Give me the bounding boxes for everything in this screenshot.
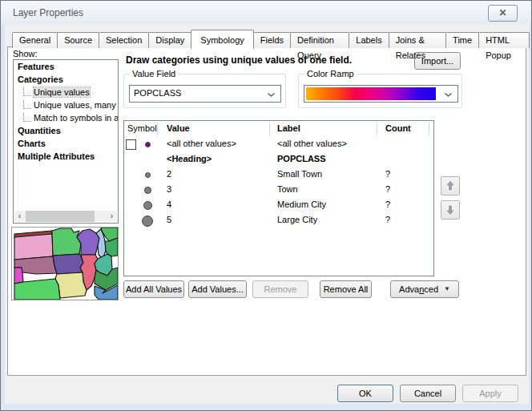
table-row[interactable]: 3Town? (124, 183, 433, 198)
tab-fields[interactable]: Fields (253, 32, 291, 48)
cell-label: Small Town (277, 169, 322, 179)
value-field-group: Value Field POPCLASS (123, 74, 286, 108)
remove-button: Remove (252, 280, 308, 298)
color-ramp-swatch (306, 87, 436, 100)
advanced-button[interactable]: Advanced▼ (390, 280, 459, 298)
add-values-button[interactable]: Add Values... (188, 280, 247, 298)
map-region-pink-state (14, 234, 53, 260)
layer-properties-dialog: Layer Properties ✕ GeneralSourceSelectio… (0, 0, 532, 411)
cell-label: Large City (277, 215, 317, 224)
color-ramp-label: Color Ramp (304, 69, 357, 79)
move-down-button[interactable] (441, 200, 460, 220)
tab-html-popup[interactable]: HTML Popup (478, 32, 530, 48)
values-table: SymbolValueLabelCount <all other values>… (123, 120, 434, 276)
column-header-symbol: Symbol (127, 123, 157, 133)
table-header: SymbolValueLabelCount (124, 121, 433, 137)
table-row[interactable]: <Heading>POPCLASS (124, 152, 433, 167)
column-separator (269, 123, 270, 135)
cell-count: ? (385, 169, 390, 179)
cell-value: 4 (167, 199, 171, 209)
value-field-dropdown[interactable]: POPCLASS (129, 85, 281, 103)
cell-value: <Heading> (167, 154, 212, 163)
tab-strip: GeneralSourceSelectionDisplaySymbologyFi… (12, 29, 529, 48)
arrow-down-icon (444, 203, 457, 216)
tab-general[interactable]: General (12, 32, 58, 48)
tree-horizontal-scrollbar[interactable]: ‹ › (14, 211, 117, 222)
column-separator (429, 123, 429, 135)
point-symbol-icon[interactable] (144, 187, 151, 194)
map-region-green-north (52, 228, 81, 256)
arrow-up-icon (444, 179, 457, 192)
tab-page-symbology: Show: FeaturesCategoriesUnique valuesUni… (7, 46, 526, 376)
tree-item-quantities[interactable]: Quantities (14, 124, 118, 137)
tab-definition-query[interactable]: Definition Query (290, 32, 349, 48)
ok-button[interactable]: OK (337, 385, 393, 402)
table-row[interactable]: 4Medium City? (124, 198, 433, 213)
color-ramp-dropdown[interactable] (304, 85, 458, 103)
table-row[interactable]: 5Large City? (124, 213, 433, 228)
column-header-count: Count (385, 123, 411, 133)
add-all-values-button[interactable]: Add All Values (123, 280, 184, 298)
cell-count: ? (385, 199, 390, 209)
show-label: Show: (13, 49, 38, 58)
cell-value: 3 (167, 184, 171, 194)
tree-item-charts[interactable]: Charts (14, 137, 118, 150)
title-bar[interactable]: Layer Properties ✕ (1, 1, 531, 25)
tab-joins-relates[interactable]: Joins & Relates (389, 32, 446, 48)
column-header-value: Value (167, 123, 190, 133)
cell-count: ? (385, 184, 390, 194)
cell-label: Medium City (277, 199, 326, 209)
tree-item-multiple-attributes[interactable]: Multiple Attributes (14, 150, 118, 163)
cancel-button[interactable]: Cancel (400, 385, 456, 402)
column-separator (377, 123, 377, 135)
value-field-label: Value Field (130, 69, 178, 79)
tab-labels[interactable]: Labels (349, 32, 389, 48)
cell-value: 2 (167, 169, 171, 179)
tab-source[interactable]: Source (57, 32, 99, 48)
table-row[interactable]: 2Small Town? (124, 167, 433, 183)
cell-label: POPCLASS (277, 154, 326, 163)
move-up-button[interactable] (441, 176, 460, 195)
point-symbol-icon[interactable] (142, 216, 153, 227)
window-title: Layer Properties (13, 7, 83, 18)
dropdown-caret-icon: ▼ (444, 281, 450, 297)
tree-elbow-icon (23, 113, 31, 122)
cell-value: 5 (167, 215, 171, 224)
close-button[interactable]: ✕ (488, 5, 518, 22)
map-region-darkpurple-state (53, 254, 83, 274)
column-header-label: Label (277, 123, 300, 133)
map-region-green-east (105, 238, 118, 256)
tab-symbology[interactable]: Symbology (191, 30, 253, 49)
table-row[interactable]: <all other values><all other values> (124, 137, 433, 152)
tree-elbow-icon (23, 87, 31, 96)
remove-all-button[interactable]: Remove All (320, 280, 372, 298)
close-icon: ✕ (498, 7, 506, 18)
scroll-left-icon[interactable]: ‹ (14, 211, 25, 222)
tab-display[interactable]: Display (148, 32, 191, 48)
cell-value: <all other values> (167, 139, 236, 148)
tree-item-match-to-symbols-in-a[interactable]: Match to symbols in a (14, 111, 118, 124)
tab-time[interactable]: Time (445, 32, 479, 48)
chevron-down-icon (445, 93, 452, 97)
apply-button: Apply (462, 385, 518, 402)
tree-item-unique-values-many[interactable]: Unique values, many (14, 99, 118, 111)
tree-item-unique-values[interactable]: Unique values (14, 86, 118, 99)
color-ramp-group: Color Ramp (298, 74, 462, 108)
scrollbar-thumb[interactable] (26, 211, 95, 222)
tab-selection[interactable]: Selection (99, 32, 149, 48)
point-symbol-icon[interactable] (143, 201, 152, 210)
cell-label: Town (277, 184, 298, 194)
tree-item-categories[interactable]: Categories (14, 73, 118, 86)
chevron-down-icon (268, 93, 275, 97)
show-tree: FeaturesCategoriesUnique valuesUnique va… (13, 59, 119, 224)
dialog-client-area: GeneralSourceSelectionDisplaySymbologyFi… (5, 25, 529, 404)
column-separator (157, 123, 158, 135)
tree-item-features[interactable]: Features (14, 60, 118, 73)
value-field-value: POPCLASS (134, 88, 181, 98)
point-symbol-icon[interactable] (145, 142, 151, 147)
all-other-values-checkbox[interactable] (126, 139, 136, 150)
point-symbol-icon[interactable] (145, 172, 151, 178)
tree-elbow-icon (23, 100, 31, 109)
scroll-right-icon[interactable]: › (107, 211, 117, 222)
cell-label: <all other values> (277, 139, 347, 148)
